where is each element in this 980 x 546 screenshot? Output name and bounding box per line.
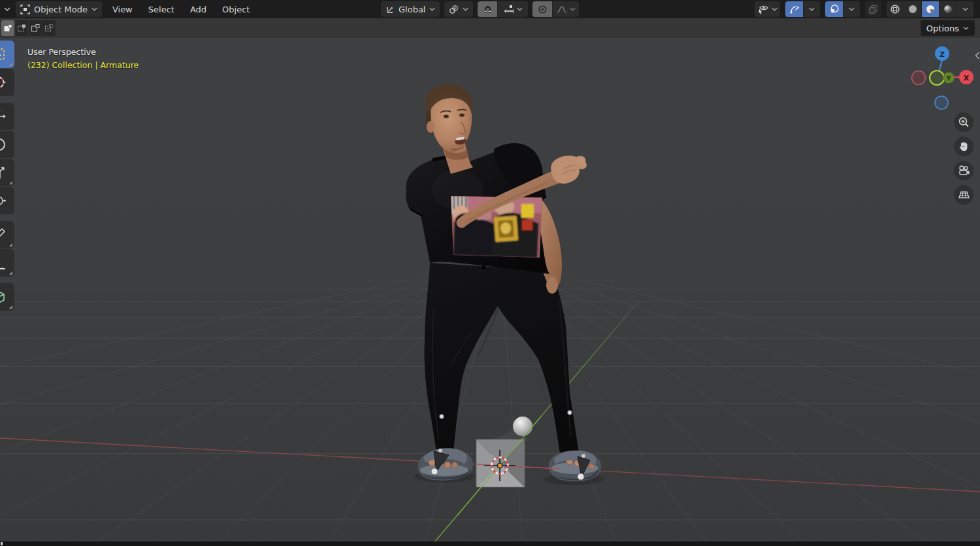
shiny-sphere[interactable] bbox=[513, 417, 532, 436]
transform-orientation-icon bbox=[385, 5, 395, 14]
overlays-group bbox=[825, 1, 860, 17]
menu-select[interactable]: Select bbox=[140, 0, 182, 18]
tool-measure[interactable] bbox=[0, 249, 14, 277]
svg-text:X: X bbox=[964, 74, 970, 82]
shading-material-icon bbox=[925, 4, 936, 14]
tool-settings-bar: Options bbox=[0, 18, 980, 38]
snapping-group bbox=[478, 1, 528, 17]
show-hide-dropdown[interactable] bbox=[755, 1, 780, 17]
tool-scale[interactable] bbox=[0, 159, 14, 186]
overlays-toggle[interactable] bbox=[825, 1, 843, 17]
slide-right bbox=[549, 451, 601, 481]
viewport-3d[interactable]: User Perspective (232) Collection | Arma… bbox=[0, 38, 980, 541]
blender-window: Object Mode View Select Add Object Globa… bbox=[0, 0, 980, 546]
status-bar bbox=[0, 541, 980, 546]
pivot-point-dropdown[interactable] bbox=[444, 1, 473, 17]
shading-wireframe-icon bbox=[890, 4, 900, 14]
menu-view[interactable]: View bbox=[105, 0, 140, 18]
viewport-3d-scene bbox=[0, 38, 980, 541]
sidebar-toggle-chevron[interactable] bbox=[975, 50, 980, 62]
object-mode-icon bbox=[20, 5, 30, 14]
snap-target-icon bbox=[504, 5, 514, 14]
shading-dropdown[interactable] bbox=[956, 1, 973, 17]
axis-x[interactable]: X bbox=[959, 70, 973, 84]
tool-cursor[interactable] bbox=[0, 69, 14, 96]
shading-solid-icon bbox=[907, 4, 918, 14]
zoom-icon bbox=[958, 116, 970, 128]
axis-minus-z[interactable] bbox=[935, 96, 948, 109]
proportional-falloff-dropdown[interactable] bbox=[552, 1, 579, 17]
hand-icon bbox=[958, 141, 970, 152]
mode-dropdown[interactable]: Object Mode bbox=[16, 1, 102, 17]
pan-control[interactable] bbox=[954, 137, 973, 156]
tool-select-box[interactable] bbox=[0, 41, 14, 68]
proportional-edit-group bbox=[532, 1, 579, 17]
transform-orientation-dropdown[interactable]: Global bbox=[381, 1, 440, 17]
select-mode-group bbox=[1, 20, 56, 36]
menu-object[interactable]: Object bbox=[214, 0, 257, 18]
gizmos-group bbox=[785, 1, 820, 17]
select-mode-extend[interactable] bbox=[15, 20, 28, 36]
proportional-editing-icon bbox=[538, 5, 547, 14]
axis-z[interactable]: Z bbox=[935, 46, 949, 61]
snap-magnet-icon bbox=[483, 5, 493, 14]
shading-rendered-icon bbox=[943, 4, 953, 14]
select-mode-intersect[interactable] bbox=[42, 20, 56, 36]
mode-label: Object Mode bbox=[34, 5, 88, 14]
viewport-side-controls bbox=[954, 112, 973, 205]
axis-minus-y[interactable] bbox=[930, 71, 944, 85]
shading-solid[interactable] bbox=[904, 1, 921, 17]
snap-target-dropdown[interactable] bbox=[497, 1, 528, 17]
navigation-gizmo[interactable]: Y Z X bbox=[908, 38, 980, 113]
svg-text:Y: Y bbox=[946, 75, 951, 82]
viewport-header: Object Mode View Select Add Object Globa… bbox=[0, 0, 980, 18]
snap-toggle[interactable] bbox=[478, 1, 497, 17]
gizmos-dropdown[interactable] bbox=[803, 1, 820, 17]
tool-shelf bbox=[0, 41, 14, 311]
tool-rotate[interactable] bbox=[0, 131, 14, 158]
shading-wireframe[interactable] bbox=[887, 1, 904, 17]
projection-toggle-control[interactable] bbox=[954, 185, 973, 205]
pivot-point-icon bbox=[449, 5, 459, 14]
tool-move[interactable] bbox=[0, 103, 14, 130]
camera-icon bbox=[958, 165, 970, 177]
editor-type-chevron[interactable] bbox=[0, 1, 14, 17]
axis-y[interactable]: Y bbox=[943, 73, 955, 84]
zoom-control[interactable] bbox=[954, 112, 973, 132]
select-mode-subtract[interactable] bbox=[29, 20, 42, 36]
shading-rendered[interactable] bbox=[939, 1, 956, 17]
proportional-editing-toggle[interactable] bbox=[532, 1, 552, 17]
options-dropdown[interactable]: Options bbox=[921, 20, 975, 36]
axis-minus-x[interactable] bbox=[912, 71, 926, 85]
gizmos-icon bbox=[789, 4, 800, 14]
xray-toggle-icon bbox=[868, 4, 879, 14]
shading-material[interactable] bbox=[921, 1, 939, 17]
overlays-dropdown[interactable] bbox=[843, 1, 860, 17]
options-label: Options bbox=[926, 24, 959, 33]
proportional-falloff-icon bbox=[557, 5, 567, 14]
svg-text:Z: Z bbox=[939, 50, 945, 59]
tool-add-cube[interactable] bbox=[0, 283, 14, 311]
camera-view-control[interactable] bbox=[954, 161, 973, 180]
xray-toggle[interactable] bbox=[865, 1, 881, 17]
tool-annotate[interactable] bbox=[0, 221, 14, 248]
orientation-label: Global bbox=[399, 5, 425, 14]
select-mode-set[interactable] bbox=[1, 20, 14, 36]
overlays-icon bbox=[829, 4, 840, 14]
show-hide-icon bbox=[757, 4, 770, 14]
grid-icon bbox=[958, 189, 970, 201]
tool-transform[interactable] bbox=[0, 187, 14, 214]
gizmos-toggle[interactable] bbox=[785, 1, 803, 17]
menu-add[interactable]: Add bbox=[182, 0, 214, 18]
shading-group bbox=[887, 1, 973, 17]
